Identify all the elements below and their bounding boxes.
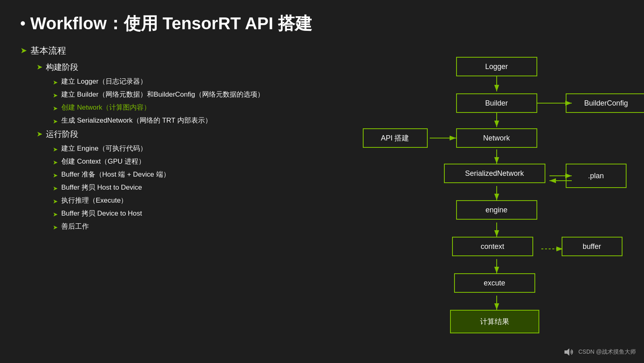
fc-logger-label: Logger — [485, 63, 508, 71]
level3-serialized: ➤ 生成 SerializedNetwork（网络的 TRT 内部表示） — [53, 116, 329, 125]
level3-label: 执行推理（Execute） — [61, 196, 127, 205]
level1-label: 基本流程 — [30, 45, 66, 57]
fc-builder-label: Builder — [485, 99, 508, 108]
flowchart-buffer: buffer — [562, 237, 622, 256]
level3-label: 生成 SerializedNetwork（网络的 TRT 内部表示） — [61, 116, 212, 125]
flowchart: Logger Builder BuilderConfig API 搭建 Netw… — [342, 49, 618, 363]
level3-label: Buffer 拷贝 Device to Host — [61, 209, 142, 218]
title-text: Workflow：使用 TensorRT API 搭建 — [30, 12, 312, 35]
level3-label: Buffer 准备（Host 端 + Device 端） — [61, 170, 170, 179]
level2-run-phase: ➤ 运行阶段 — [37, 129, 329, 140]
arrow-icon: ➤ — [53, 210, 58, 218]
arrow-icon: ➤ — [53, 158, 58, 166]
content-area: ➤ 基本流程 ➤ 构建阶段 ➤ 建立 Logger（日志记录器） ➤ 建立 Bu… — [20, 45, 624, 363]
main-title: • Workflow：使用 TensorRT API 搭建 — [20, 12, 624, 35]
arrow-icon: ➤ — [53, 91, 58, 99]
level3-engine: ➤ 建立 Engine（可执行代码） — [53, 144, 329, 153]
arrow-icon: ➤ — [53, 104, 58, 112]
footer: CSDN @战术摸鱼大师 — [563, 347, 636, 357]
flowchart-context: context — [452, 237, 533, 256]
flowchart-logger: Logger — [456, 57, 537, 76]
level3-label: 建立 Engine（可执行代码） — [61, 144, 147, 153]
fc-network-label: Network — [483, 134, 510, 143]
fc-engine-label: engine — [485, 206, 507, 214]
slide: • Workflow：使用 TensorRT API 搭建 ➤ 基本流程 ➤ 构… — [0, 0, 644, 363]
fc-serialized-label: SerializedNetwork — [465, 169, 524, 178]
flowchart-excute: excute — [454, 273, 535, 293]
fc-result-label: 计算结果 — [480, 317, 509, 326]
svg-marker-14 — [564, 348, 569, 356]
arrow-icon: ➤ — [53, 171, 58, 179]
arrow-icon: ➤ — [20, 45, 27, 55]
level3-cleanup: ➤ 善后工作 — [53, 222, 329, 231]
level2-label: 构建阶段 — [46, 62, 78, 73]
speaker-icon — [563, 347, 574, 357]
level3-network: ➤ 创建 Network（计算图内容） — [53, 103, 329, 112]
left-panel: ➤ 基本流程 ➤ 构建阶段 ➤ 建立 Logger（日志记录器） ➤ 建立 Bu… — [20, 45, 337, 363]
flowchart-serialized: SerializedNetwork — [444, 164, 545, 183]
flowchart-builderconfig: BuilderConfig — [566, 93, 644, 113]
level2-build-phase: ➤ 构建阶段 — [37, 62, 329, 73]
flowchart-network: Network — [456, 128, 537, 148]
fc-excute-label: excute — [484, 279, 505, 287]
fc-context-label: context — [480, 242, 504, 251]
level3-context: ➤ 创建 Context（GPU 进程） — [53, 157, 329, 166]
flowchart-api-build: API 搭建 — [363, 128, 428, 148]
level3-builder: ➤ 建立 Builder（网络元数据）和BuilderConfig（网络元数据的… — [53, 90, 329, 99]
flowchart-engine: engine — [456, 200, 537, 220]
level3-logger: ➤ 建立 Logger（日志记录器） — [53, 77, 329, 86]
arrow-icon: ➤ — [53, 145, 58, 153]
footer-text: CSDN @战术摸鱼大师 — [578, 348, 636, 356]
arrow-icon: ➤ — [53, 117, 58, 125]
title-bullet: • — [20, 15, 26, 32]
level3-label: 善后工作 — [61, 222, 89, 231]
level3-execute: ➤ 执行推理（Execute） — [53, 196, 329, 205]
flowchart-builder: Builder — [456, 93, 537, 113]
arrow-icon: ➤ — [53, 78, 58, 86]
arrow-icon: ➤ — [37, 63, 43, 71]
level2-label: 运行阶段 — [46, 129, 78, 140]
fc-api-label: API 搭建 — [381, 133, 409, 143]
right-panel: Logger Builder BuilderConfig API 搭建 Netw… — [337, 45, 624, 363]
level3-label: 创建 Network（计算图内容） — [61, 103, 151, 112]
level3-buffer-copy-d2h: ➤ Buffer 拷贝 Device to Host — [53, 209, 329, 218]
fc-buffer-label: buffer — [583, 242, 601, 251]
level3-label: Buffer 拷贝 Host to Device — [61, 183, 142, 192]
flowchart-plan: .plan — [566, 164, 627, 188]
level1-basic-flow: ➤ 基本流程 — [20, 45, 329, 57]
fc-plan-label: .plan — [588, 172, 604, 180]
arrow-icon: ➤ — [53, 197, 58, 205]
arrow-icon: ➤ — [53, 184, 58, 192]
arrow-icon: ➤ — [37, 130, 43, 138]
level3-buffer-prep: ➤ Buffer 准备（Host 端 + Device 端） — [53, 170, 329, 179]
level3-label: 建立 Builder（网络元数据）和BuilderConfig（网络元数据的选项… — [61, 90, 264, 99]
level3-buffer-copy-h2d: ➤ Buffer 拷贝 Host to Device — [53, 183, 329, 192]
level3-label: 创建 Context（GPU 进程） — [61, 157, 145, 166]
fc-builderconfig-label: BuilderConfig — [584, 99, 628, 108]
level3-label: 建立 Logger（日志记录器） — [61, 77, 147, 86]
flowchart-result: 计算结果 — [450, 310, 539, 333]
arrow-icon: ➤ — [53, 223, 58, 231]
